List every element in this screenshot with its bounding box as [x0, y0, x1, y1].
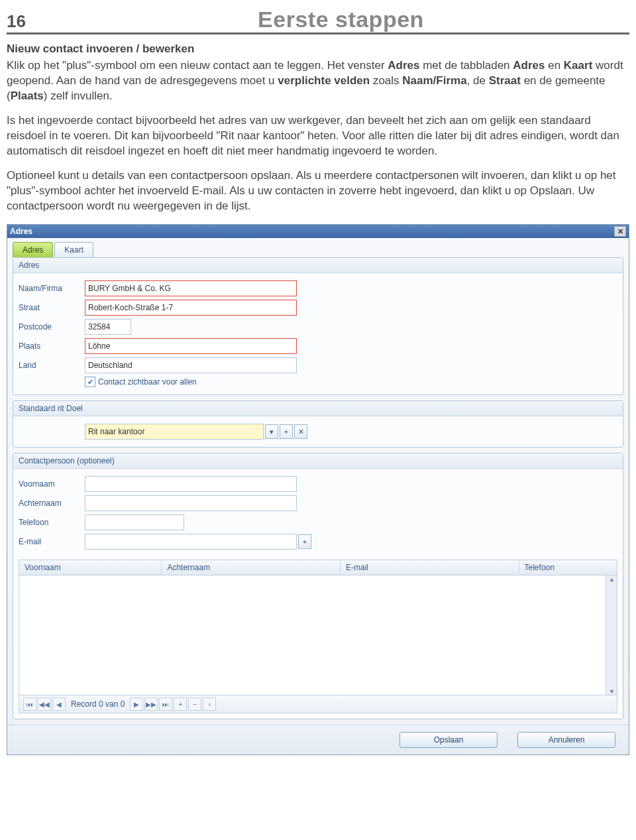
paragraph-1: Klik op het "plus"-symbool om een nieuw … — [7, 58, 629, 104]
close-icon[interactable]: ✕ — [614, 226, 626, 237]
panel-doel: Standaard rit Doel ▾ + ✕ — [13, 400, 623, 448]
pager-next-icon[interactable]: ▶ — [130, 697, 143, 711]
scroll-down-icon[interactable]: ▾ — [610, 688, 613, 695]
contact-table-body: ▴▾ — [19, 575, 617, 695]
input-doel[interactable] — [85, 424, 264, 440]
label-plaats: Plaats — [19, 341, 85, 351]
label-land: Land — [19, 361, 85, 370]
pager-last-icon[interactable]: ⏭ — [159, 697, 172, 711]
contact-table-header: Voornaam Achternaam E-mail Telefoon — [19, 560, 617, 575]
col-voornaam: Voornaam — [19, 560, 162, 575]
pager-prev-icon[interactable]: ◀ — [52, 697, 66, 711]
section-heading: Nieuw contact invoeren / bewerken — [7, 42, 629, 56]
input-telefoon[interactable] — [85, 514, 184, 530]
input-postcode[interactable] — [85, 319, 131, 335]
tab-kaart[interactable]: Kaart — [54, 242, 93, 257]
checkbox-visible[interactable]: ✔ — [85, 377, 95, 387]
label-naam: Naam/Firma — [19, 284, 85, 293]
panel-contact: Contactpersoon (optioneel) Voornaam Acht… — [13, 453, 623, 719]
cancel-button[interactable]: Annuleren — [517, 732, 615, 748]
scrollbar[interactable]: ▴▾ — [606, 575, 617, 695]
pager-nextpage-icon[interactable]: ▶▶ — [144, 697, 158, 711]
pager: ⏮ ◀◀ ◀ Record 0 van 0 ▶ ▶▶ ⏭ + − ‹ — [19, 695, 617, 713]
panel-doel-header: Standaard rit Doel — [13, 401, 623, 416]
save-button[interactable]: Opslaan — [399, 732, 498, 748]
label-straat: Straat — [19, 303, 85, 312]
paragraph-2: Is het ingevoerde contact bijvoorbeeld h… — [7, 113, 629, 159]
page-title: Eerste stappen — [52, 7, 629, 32]
label-postcode: Postcode — [19, 322, 85, 331]
input-straat[interactable] — [85, 300, 297, 316]
col-telefoon: Telefoon — [519, 560, 617, 575]
panel-adres-header: Adres — [13, 258, 623, 273]
window-adres: Adres ✕ Adres Kaart Adres Naam/Firma Str… — [7, 224, 629, 755]
pager-first-icon[interactable]: ⏮ — [23, 697, 36, 711]
pager-add-icon[interactable]: + — [174, 697, 187, 711]
window-title: Adres — [10, 227, 32, 236]
col-email: E-mail — [341, 560, 519, 575]
col-achternaam: Achternaam — [162, 560, 341, 575]
scroll-up-icon[interactable]: ▴ — [610, 575, 613, 583]
label-achternaam: Achternaam — [19, 499, 85, 508]
paragraph-3: Optioneel kunt u details van een contact… — [7, 168, 629, 214]
pager-prevpage-icon[interactable]: ◀◀ — [38, 697, 51, 711]
page-number: 16 — [7, 11, 26, 32]
tabstrip: Adres Kaart — [7, 238, 629, 257]
input-achternaam[interactable] — [85, 495, 297, 511]
panel-contact-header: Contactpersoon (optioneel) — [13, 453, 623, 469]
dropdown-icon[interactable]: ▾ — [265, 424, 278, 439]
label-email: E-mail — [19, 537, 85, 546]
input-plaats[interactable] — [85, 338, 297, 354]
add-contact-icon[interactable]: + — [298, 534, 311, 549]
tab-adres[interactable]: Adres — [13, 242, 53, 257]
plus-icon[interactable]: + — [280, 424, 293, 439]
input-land[interactable] — [85, 357, 297, 373]
window-titlebar: Adres ✕ — [7, 225, 629, 238]
input-voornaam[interactable] — [85, 476, 297, 492]
pager-status: Record 0 van 0 — [71, 699, 125, 709]
pager-angle-icon[interactable]: ‹ — [203, 697, 216, 711]
checkbox-visible-label: Contact zichtbaar voor allen — [98, 377, 197, 387]
clear-icon[interactable]: ✕ — [294, 424, 307, 439]
input-naam[interactable] — [85, 280, 297, 296]
pager-remove-icon[interactable]: − — [188, 697, 201, 711]
action-bar: Opslaan Annuleren — [7, 725, 629, 754]
label-telefoon: Telefoon — [19, 518, 85, 527]
panel-adres: Adres Naam/Firma Straat Postcode Plaats … — [13, 257, 623, 395]
label-voornaam: Voornaam — [19, 479, 85, 489]
input-email[interactable] — [85, 534, 297, 550]
